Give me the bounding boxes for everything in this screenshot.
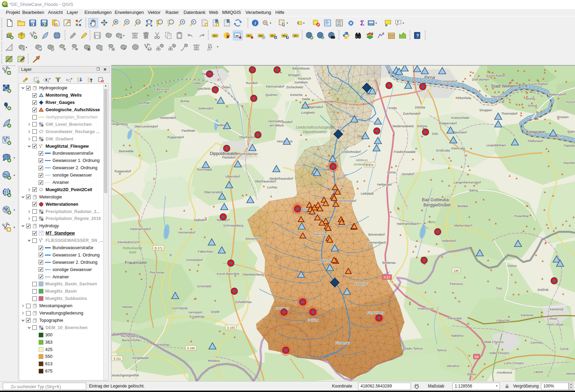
svg-text:Čermná: Čermná xyxy=(531,341,542,344)
svg-text:Petrovice: Petrovice xyxy=(450,282,463,286)
svg-text:Borlas: Borlas xyxy=(180,99,189,103)
svg-text:Q: Q xyxy=(322,36,324,39)
svg-text:Cunnersdorf: Cunnersdorf xyxy=(440,80,457,83)
svg-text:Thürmsdorf: Thürmsdorf xyxy=(501,112,518,115)
svg-text:Quohren: Quohren xyxy=(265,93,277,97)
svg-text:Dippoldiswalde: Dippoldiswalde xyxy=(210,151,238,156)
svg-text:S 183: S 183 xyxy=(227,326,235,329)
svg-text:Panenská: Panenská xyxy=(448,317,462,320)
svg-text:Hartmannsdorf: Hartmannsdorf xyxy=(130,227,151,231)
svg-text:Jílové: Jílové xyxy=(549,317,557,320)
svg-text:Söls: Söls xyxy=(432,132,438,136)
svg-text:Fürstenau: Fürstenau xyxy=(335,341,350,345)
svg-text:Krebs: Krebs xyxy=(389,106,397,110)
svg-text:Herbergen: Herbergen xyxy=(377,183,392,186)
svg-text:Telnice: Telnice xyxy=(437,349,447,352)
svg-text:Pfaffendorf: Pfaffendorf xyxy=(528,139,543,143)
svg-text:abc: abc xyxy=(270,34,275,37)
svg-text:Gombsen: Gombsen xyxy=(294,81,308,84)
svg-text:Weißig: Weißig xyxy=(525,97,535,100)
svg-text:abc: abc xyxy=(213,34,217,37)
svg-text:Neundorf: Neundorf xyxy=(454,131,467,134)
svg-text:Spechtritz: Spechtritz xyxy=(197,87,211,90)
svg-text:Reichenau: Reichenau xyxy=(149,271,164,274)
svg-text:Kautzsch: Kautzsch xyxy=(298,77,311,80)
svg-text:abc: abc xyxy=(247,34,251,37)
svg-text:i: i xyxy=(254,21,256,26)
svg-text:Langenhennersdorf: Langenhennersdorf xyxy=(454,181,481,184)
svg-text:Liebstadt: Liebstadt xyxy=(361,192,374,195)
svg-text:Dorf Wehlen: Dorf Wehlen xyxy=(472,78,489,81)
svg-text:Berthelsdorf: Berthelsdorf xyxy=(339,199,356,203)
svg-text:Krásný Les: Krásný Les xyxy=(418,307,434,310)
svg-text:Hermsdorf: Hermsdorf xyxy=(268,120,283,123)
svg-text:Ulberndorf: Ulberndorf xyxy=(225,175,240,178)
svg-text:Ostrov: Ostrov xyxy=(508,264,517,268)
svg-text:Landschaftsschutzgebiet: Landschaftsschutzgebiet xyxy=(296,125,334,129)
svg-text:Niedersedewitz: Niedersedewitz xyxy=(392,124,414,128)
svg-text:Höckendorf: Höckendorf xyxy=(160,116,176,120)
svg-text:Oberbärenburg: Oberbärenburg xyxy=(242,273,264,276)
svg-text:Kamenec: Kamenec xyxy=(521,313,534,317)
svg-text:Hirmsdorf-: Hirmsdorf- xyxy=(188,311,203,314)
svg-text:Dohma: Dohma xyxy=(417,124,427,128)
svg-text:ab: ab xyxy=(235,34,238,37)
svg-text:Kamenná: Kamenná xyxy=(550,308,564,311)
svg-text:Oberhäslich: Oberhäslich xyxy=(239,136,256,139)
svg-text:Gimmlitztal: Gimmlitztal xyxy=(172,307,188,310)
svg-text:Seyde: Seyde xyxy=(211,310,220,313)
svg-text:D8: D8 xyxy=(475,355,479,359)
svg-text:Javorek: Javorek xyxy=(566,372,575,375)
svg-text:Großcotta: Großcotta xyxy=(436,149,450,152)
svg-text:Dönschten: Dönschten xyxy=(245,237,260,240)
svg-text:Kurort Rathen: Kurort Rathen xyxy=(486,74,506,77)
svg-text:Kreischa: Kreischa xyxy=(290,93,302,97)
svg-text:Moldava: Moldava xyxy=(208,359,220,362)
svg-text:Ruppendorf: Ruppendorf xyxy=(114,170,131,173)
svg-text:Obercunnersdorf: Obercunnersdorf xyxy=(134,125,158,128)
svg-text:Rundteil: Rundteil xyxy=(246,81,257,85)
svg-text:T: T xyxy=(397,20,399,24)
svg-text:Dorfhain: Dorfhain xyxy=(139,101,151,105)
svg-text:Niederfrauendorf: Niederfrauendorf xyxy=(269,177,293,180)
svg-text:Paulshain: Paulshain xyxy=(181,129,195,132)
svg-text:Horní Jílové: Horní Jílové xyxy=(547,323,564,326)
svg-text:Arnultovice: Arnultovice xyxy=(497,371,512,374)
svg-text:Bánov: Bánov xyxy=(467,373,476,376)
svg-text:Mittleres: Mittleres xyxy=(356,158,368,162)
svg-text:Breitenau: Breitenau xyxy=(382,261,396,264)
svg-text:Sněžnik: Sněžnik xyxy=(537,288,549,292)
svg-text:Börnersdorf: Börnersdorf xyxy=(368,233,385,236)
svg-text:Beerwalde: Beerwalde xyxy=(119,149,134,153)
svg-text:Paulsdorf: Paulsdorf xyxy=(222,156,236,159)
svg-text:Schellerhau: Schellerhau xyxy=(235,300,252,304)
svg-text:Rosenthal: Rosenthal xyxy=(515,214,529,218)
svg-text:Harte: Harte xyxy=(428,220,435,224)
svg-text:Borna: Borna xyxy=(387,171,396,174)
svg-text:Kleinhennersdorf: Kleinhennersdorf xyxy=(564,161,575,165)
svg-text:Bienenmühle: Bienenmühle xyxy=(122,338,140,342)
svg-text:Obercarsdorf: Obercarsdorf xyxy=(204,190,222,194)
svg-text:Hannersbach: Hannersbach xyxy=(367,241,386,244)
svg-text:Brösgen: Brösgen xyxy=(288,73,300,77)
svg-text:Deutschgeorgenthal: Deutschgeorgenthal xyxy=(112,374,139,377)
svg-text:Σ: Σ xyxy=(360,19,364,27)
svg-text:Krietzschwitz: Krietzschwitz xyxy=(451,116,470,120)
svg-text:Kleincotta: Kleincotta xyxy=(451,147,465,150)
svg-text:Varvažov: Varvažov xyxy=(447,364,460,368)
svg-text:B: B xyxy=(170,253,172,257)
svg-text:Rechenberg-: Rechenberg- xyxy=(121,334,139,338)
svg-text:Strand: Strand xyxy=(528,104,537,107)
svg-text:Friedrichswalde: Friedrichswalde xyxy=(394,150,415,154)
svg-text:Dippoldiswalder: Dippoldiswalder xyxy=(303,130,327,134)
svg-text:Hennersdorf: Hennersdorf xyxy=(178,231,195,234)
svg-text:Falkenhain: Falkenhain xyxy=(198,250,213,253)
svg-text:Naundorf: Naundorf xyxy=(491,95,504,98)
svg-text:Fürstenberg: Fürstenberg xyxy=(367,311,384,315)
svg-text:abc: abc xyxy=(293,34,298,37)
svg-text:?: ? xyxy=(416,33,419,38)
svg-text:Lungkwitz: Lungkwitz xyxy=(301,111,315,114)
svg-text:Černá: Černá xyxy=(560,347,569,351)
svg-text:Kleincarsdorf: Kleincarsdorf xyxy=(266,85,284,88)
svg-text:Libouchec: Libouchec xyxy=(496,319,511,322)
